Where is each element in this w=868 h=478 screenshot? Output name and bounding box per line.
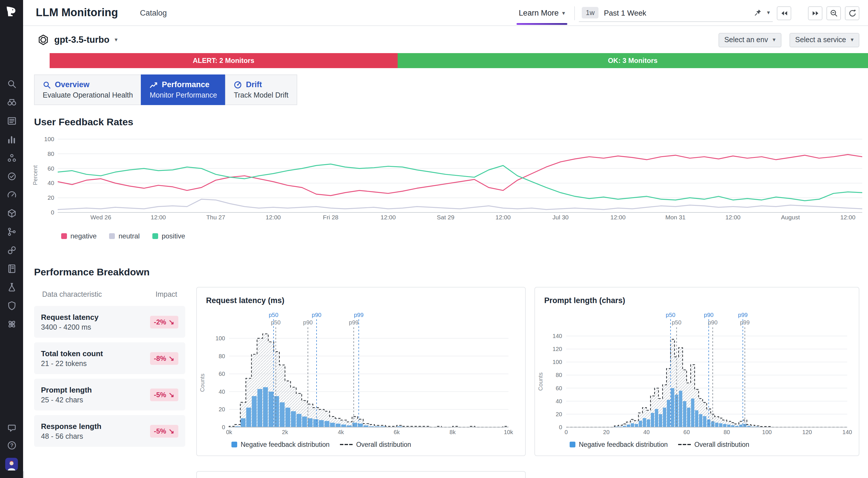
user-feedback-line-chart[interactable]: 020406080100Wed 2612:00Thu 2712:00Fri 28… bbox=[35, 132, 866, 223]
legend-negative-feedback[interactable]: Negative feedback distribution bbox=[231, 441, 330, 448]
characteristic-range: 3400 - 4200 ms bbox=[41, 323, 98, 331]
svg-text:August: August bbox=[781, 214, 800, 220]
pin-icon[interactable] bbox=[754, 9, 762, 17]
legend-item-neutral[interactable]: neutral bbox=[110, 232, 140, 240]
alert-monitors-segment[interactable]: ALERT: 2 Monitors bbox=[50, 53, 397, 68]
notebooks-icon[interactable] bbox=[7, 264, 17, 274]
feedback-section-title: User Feedback Rates bbox=[34, 117, 133, 128]
ci-pipelines-icon[interactable] bbox=[7, 227, 17, 237]
tab-subtitle: Monitor Performance bbox=[150, 91, 217, 99]
impact-table-row[interactable]: Prompt length25 - 42 chars-5%↘ bbox=[34, 379, 185, 411]
svg-text:20: 20 bbox=[48, 194, 54, 201]
chevron-down-icon: ▾ bbox=[562, 10, 565, 16]
model-name: gpt-3.5-turbo bbox=[54, 35, 110, 45]
watchdog-icon[interactable] bbox=[7, 97, 17, 108]
svg-text:20: 20 bbox=[219, 406, 225, 413]
svg-text:0k: 0k bbox=[226, 429, 232, 435]
nav-catalog-link[interactable]: Catalog bbox=[140, 8, 167, 17]
datadog-logo-icon[interactable] bbox=[0, 0, 23, 23]
svg-text:10k: 10k bbox=[504, 429, 514, 435]
service-select[interactable]: Select a service ▾ bbox=[789, 33, 859, 47]
time-pause-button[interactable] bbox=[793, 6, 807, 20]
chevron-down-icon[interactable]: ▾ bbox=[767, 10, 770, 16]
svg-text:4k: 4k bbox=[338, 429, 344, 435]
impact-table-row[interactable]: Total token count21 - 22 tokens-8%↘ bbox=[34, 342, 185, 374]
legend-label: neutral bbox=[119, 232, 140, 240]
svg-text:p90: p90 bbox=[312, 312, 321, 318]
learn-more-dropdown[interactable]: Learn More ▾ bbox=[514, 0, 570, 26]
user-avatar[interactable] bbox=[5, 458, 18, 471]
infrastructure-icon[interactable] bbox=[7, 208, 17, 218]
time-forward-button[interactable] bbox=[808, 6, 823, 20]
impact-badge: -2%↘ bbox=[150, 316, 178, 328]
impact-table-row[interactable]: Response length48 - 56 chars-5%↘ bbox=[34, 415, 185, 447]
zoom-out-button[interactable] bbox=[827, 6, 841, 20]
llm-flask-icon[interactable] bbox=[7, 282, 17, 292]
help-icon[interactable]: ? bbox=[7, 441, 17, 450]
svg-text:Counts: Counts bbox=[199, 374, 206, 392]
prompt-length-card: Prompt length (chars) 020406080100120140… bbox=[534, 287, 859, 456]
request-latency-histogram[interactable]: 0204060801000k2k4k6k8k10kCountsp50p90p99… bbox=[197, 310, 526, 439]
svg-text:80: 80 bbox=[723, 429, 730, 435]
svg-text:p90: p90 bbox=[303, 319, 312, 326]
refresh-button[interactable] bbox=[845, 6, 859, 20]
llm-monitoring-page: ? LLM Monitoring Catalog Learn More ▾ 1w… bbox=[0, 0, 868, 478]
logs-icon[interactable] bbox=[7, 116, 17, 126]
legend-label: positive bbox=[162, 232, 185, 240]
search-icon[interactable] bbox=[7, 79, 17, 89]
service-map-icon[interactable] bbox=[7, 153, 17, 163]
line-chart-legend: negativeneutralpositive bbox=[61, 232, 185, 240]
trend-down-arrow: ↘ bbox=[168, 391, 174, 399]
impact-table-row[interactable]: Request latency3400 - 4200 ms-2%↘ bbox=[34, 306, 185, 338]
legend-label: negative bbox=[70, 232, 97, 240]
env-select[interactable]: Select an env ▾ bbox=[718, 33, 781, 47]
characteristic-name: Prompt length bbox=[41, 385, 92, 394]
divider bbox=[574, 6, 575, 20]
synthetics-check-icon[interactable] bbox=[7, 172, 17, 181]
next-row-card bbox=[23, 471, 24, 478]
svg-text:Jul 30: Jul 30 bbox=[552, 214, 568, 220]
security-shield-icon[interactable] bbox=[7, 301, 17, 310]
legend-overall[interactable]: Overall distribution bbox=[678, 441, 749, 448]
gauge-icon[interactable] bbox=[7, 190, 17, 200]
tab-overview[interactable]: Overview Evaluate Operational Health bbox=[34, 74, 142, 105]
impact-value: -8% bbox=[154, 354, 166, 362]
legend-label: Overall distribution bbox=[694, 441, 749, 448]
tab-performance[interactable]: Performance Monitor Performance bbox=[141, 74, 226, 105]
tab-drift[interactable]: Drift Track Model Drift bbox=[225, 74, 297, 105]
legend-item-positive[interactable]: positive bbox=[152, 232, 185, 240]
model-selector[interactable]: gpt-3.5-turbo ▾ bbox=[37, 34, 118, 46]
support-chat-icon[interactable] bbox=[7, 423, 17, 433]
svg-text:40: 40 bbox=[556, 398, 562, 405]
page-title: LLM Monitoring bbox=[36, 6, 118, 19]
legend-item-negative[interactable]: negative bbox=[61, 232, 97, 240]
svg-text:0: 0 bbox=[51, 209, 54, 216]
svg-text:p50: p50 bbox=[271, 319, 280, 326]
monitor-status-banner: ALERT: 2 Monitors OK: 3 Monitors bbox=[50, 53, 868, 68]
legend-overall[interactable]: Overall distribution bbox=[340, 441, 411, 448]
histogram-title: Prompt length (chars) bbox=[544, 296, 859, 305]
svg-text:12:00: 12:00 bbox=[266, 214, 281, 220]
svg-text:12:00: 12:00 bbox=[151, 214, 166, 220]
svg-text:100: 100 bbox=[216, 335, 225, 341]
settings-atom-icon[interactable] bbox=[7, 319, 17, 329]
integrations-link-icon[interactable] bbox=[7, 245, 17, 255]
time-range-picker[interactable]: 1w Past 1 Week ▾ bbox=[579, 4, 773, 22]
openai-logo-icon bbox=[37, 34, 49, 46]
time-preset-chip[interactable]: 1w bbox=[582, 7, 599, 19]
prompt-length-histogram[interactable]: 020406080100120140020406080100120140Coun… bbox=[535, 310, 860, 439]
view-tabs: Overview Evaluate Operational Health Per… bbox=[34, 74, 297, 105]
time-playback-controls bbox=[777, 6, 823, 20]
ok-monitors-segment[interactable]: OK: 3 Monitors bbox=[397, 53, 868, 68]
svg-text:p50: p50 bbox=[269, 312, 278, 318]
svg-text:60: 60 bbox=[219, 370, 225, 377]
svg-text:p50: p50 bbox=[672, 319, 681, 326]
svg-text:40: 40 bbox=[643, 429, 650, 435]
legend-negative-feedback[interactable]: Negative feedback distribution bbox=[569, 441, 668, 448]
svg-text:12:00: 12:00 bbox=[840, 214, 856, 220]
service-select-label: Select a service bbox=[795, 36, 846, 44]
svg-text:Mon 31: Mon 31 bbox=[665, 214, 686, 220]
metrics-icon[interactable] bbox=[7, 135, 17, 144]
time-backward-button[interactable] bbox=[777, 6, 791, 20]
svg-text:60: 60 bbox=[48, 165, 54, 172]
